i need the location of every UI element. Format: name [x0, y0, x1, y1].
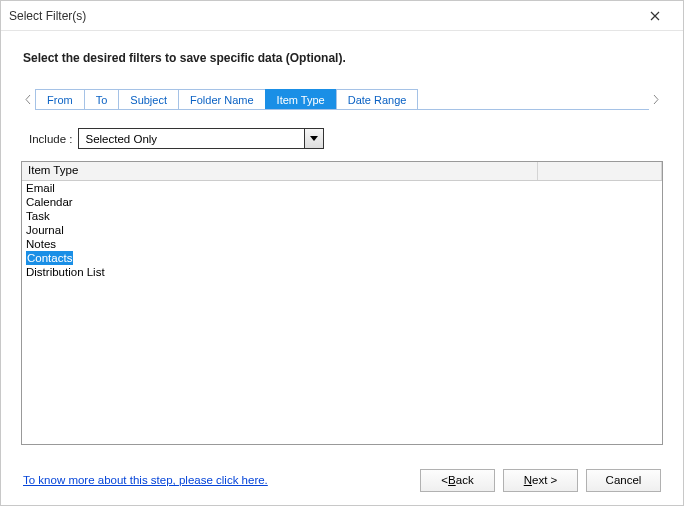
tab-strip: From To Subject Folder Name Item Type Da…	[21, 89, 663, 110]
window-title: Select Filter(s)	[9, 9, 635, 23]
tabs-container: From To Subject Folder Name Item Type Da…	[35, 89, 649, 110]
list-item-label: Email	[26, 181, 55, 195]
tab-from[interactable]: From	[35, 89, 85, 109]
list-body[interactable]: Email Calendar Task Journal Notes Contac…	[22, 181, 662, 444]
close-icon	[650, 11, 660, 21]
tab-scroll-left[interactable]	[21, 95, 35, 104]
include-dropdown[interactable]: Selected Only	[78, 128, 324, 149]
list-item-label: Distribution List	[26, 265, 105, 279]
dialog-content: Select the desired filters to save speci…	[1, 31, 683, 455]
list-item-label: Notes	[26, 237, 56, 251]
instruction-text: Select the desired filters to save speci…	[23, 51, 663, 65]
list-item[interactable]: Distribution List	[22, 265, 662, 279]
tab-scroll-right[interactable]	[649, 95, 663, 104]
tab-to[interactable]: To	[84, 89, 120, 109]
tab-subject[interactable]: Subject	[118, 89, 179, 109]
column-header-item-type[interactable]: Item Type	[22, 162, 538, 180]
include-row: Include : Selected Only	[29, 128, 663, 149]
title-bar: Select Filter(s)	[1, 1, 683, 31]
list-item[interactable]: Journal	[22, 223, 662, 237]
chevron-right-icon	[653, 95, 659, 104]
tab-label: From	[47, 94, 73, 106]
list-header: Item Type	[22, 162, 662, 181]
tab-label: Folder Name	[190, 94, 254, 106]
dialog-window: Select Filter(s) Select the desired filt…	[0, 0, 684, 506]
tab-date-range[interactable]: Date Range	[336, 89, 419, 109]
column-header-spacer	[538, 162, 662, 180]
list-item[interactable]: Contacts	[22, 251, 662, 265]
back-button[interactable]: < Back	[420, 469, 495, 492]
list-item-label: Contacts	[26, 251, 73, 265]
list-item[interactable]: Calendar	[22, 195, 662, 209]
help-link[interactable]: To know more about this step, please cli…	[23, 474, 268, 486]
dialog-footer: To know more about this step, please cli…	[1, 455, 683, 505]
tab-label: To	[96, 94, 108, 106]
tab-folder-name[interactable]: Folder Name	[178, 89, 266, 109]
chevron-left-icon	[25, 95, 31, 104]
list-item[interactable]: Task	[22, 209, 662, 223]
close-button[interactable]	[635, 2, 675, 30]
tab-item-type[interactable]: Item Type	[265, 89, 337, 109]
dropdown-button[interactable]	[304, 129, 323, 148]
tab-label: Subject	[130, 94, 167, 106]
list-item-label: Journal	[26, 223, 64, 237]
tab-label: Date Range	[348, 94, 407, 106]
tab-label: Item Type	[277, 94, 325, 106]
item-type-list: Item Type Email Calendar Task Journal No…	[21, 161, 663, 445]
list-item[interactable]: Notes	[22, 237, 662, 251]
chevron-down-icon	[310, 136, 318, 141]
cancel-button[interactable]: Cancel	[586, 469, 661, 492]
next-button[interactable]: Next >	[503, 469, 578, 492]
list-item-label: Calendar	[26, 195, 73, 209]
include-label: Include :	[29, 133, 72, 145]
list-item[interactable]: Email	[22, 181, 662, 195]
list-item-label: Task	[26, 209, 50, 223]
include-value: Selected Only	[79, 133, 304, 145]
